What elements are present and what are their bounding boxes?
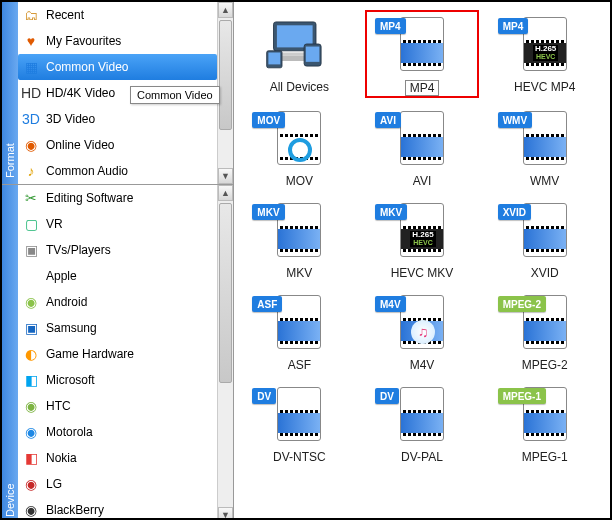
- device-label: Nokia: [46, 451, 77, 465]
- device-icon: [22, 267, 40, 285]
- format-tile[interactable]: MPEG-1MPEG-1: [487, 380, 602, 466]
- tile-thumb: MPEG-1: [510, 382, 580, 446]
- tile-label: ASF: [288, 358, 311, 372]
- device-item[interactable]: ◐Game Hardware: [18, 341, 217, 367]
- format-badge: WMV: [498, 112, 532, 128]
- device-label: LG: [46, 477, 62, 491]
- file-icon: [400, 387, 444, 441]
- device-icon: ▣: [22, 319, 40, 337]
- device-item[interactable]: ◧Nokia: [18, 445, 217, 471]
- device-tab[interactable]: Device: [2, 185, 18, 520]
- format-tile[interactable]: MKVMKV: [242, 196, 357, 282]
- scroll-up-icon[interactable]: ▲: [218, 2, 233, 18]
- device-label: Apple: [46, 269, 77, 283]
- format-label: My Favourites: [46, 34, 121, 48]
- format-tile[interactable]: XVIDXVID: [487, 196, 602, 282]
- scroll-thumb[interactable]: [219, 203, 232, 383]
- tile-label: M4V: [410, 358, 435, 372]
- tile-label: DV-NTSC: [273, 450, 326, 464]
- format-icon: HD: [22, 84, 40, 102]
- scroll-up-icon[interactable]: ▲: [218, 185, 233, 201]
- format-tile[interactable]: MPEG-2MPEG-2: [487, 288, 602, 374]
- device-icon: ◧: [22, 371, 40, 389]
- device-item[interactable]: ▣TVs/Players: [18, 237, 217, 263]
- device-panel: Device ✂Editing Software▢VR▣TVs/PlayersA…: [2, 184, 233, 520]
- file-icon: [277, 295, 321, 349]
- format-tile[interactable]: H.265HEVCMKVHEVC MKV: [365, 196, 480, 282]
- format-tile[interactable]: DVDV-NTSC: [242, 380, 357, 466]
- file-icon: ♫: [400, 295, 444, 349]
- format-item[interactable]: ◉Online Video: [18, 132, 217, 158]
- codec-sublabel: H.265HEVC: [527, 43, 565, 63]
- format-item[interactable]: ♥My Favourites: [18, 28, 217, 54]
- format-tile[interactable]: ♫M4VM4V: [365, 288, 480, 374]
- tile-label: MKV: [286, 266, 312, 280]
- tile-label: AVI: [413, 174, 431, 188]
- device-item[interactable]: ◉Android: [18, 289, 217, 315]
- device-icon: ◉: [22, 423, 40, 441]
- format-tile[interactable]: ASFASF: [242, 288, 357, 374]
- device-item[interactable]: ◉HTC: [18, 393, 217, 419]
- device-item[interactable]: ✂Editing Software: [18, 185, 217, 211]
- format-tile[interactable]: MP4MP4: [365, 10, 480, 98]
- tooltip: Common Video: [130, 86, 220, 104]
- format-tile[interactable]: WMVWMV: [487, 104, 602, 190]
- format-badge: MPEG-1: [498, 388, 546, 404]
- format-badge: ASF: [252, 296, 282, 312]
- format-item[interactable]: 3D3D Video: [18, 106, 217, 132]
- device-label: Android: [46, 295, 87, 309]
- device-icon: ✂: [22, 189, 40, 207]
- device-label: Editing Software: [46, 191, 133, 205]
- device-icon: ▣: [22, 241, 40, 259]
- device-item[interactable]: ◉LG: [18, 471, 217, 497]
- device-scrollbar[interactable]: ▲ ▼: [217, 185, 233, 520]
- device-icon: ◉: [22, 501, 40, 519]
- device-icon: ▢: [22, 215, 40, 233]
- format-tab[interactable]: Format: [2, 2, 18, 184]
- codec-sublabel: H.265HEVC: [404, 229, 442, 249]
- format-item[interactable]: 🗂Recent: [18, 2, 217, 28]
- device-item[interactable]: ◉BlackBerry: [18, 497, 217, 520]
- format-badge: MOV: [252, 112, 285, 128]
- tile-thumb: DV: [387, 382, 457, 446]
- device-item[interactable]: ◉Motorola: [18, 419, 217, 445]
- format-tile[interactable]: MOVMOV: [242, 104, 357, 190]
- format-tile[interactable]: All Devices: [242, 10, 357, 98]
- format-label: 3D Video: [46, 112, 95, 126]
- format-grid: All DevicesMP4MP4H.265HEVCMP4HEVC MP4MOV…: [234, 2, 610, 518]
- all-devices-icon: [264, 12, 334, 76]
- tile-thumb: ♫M4V: [387, 290, 457, 354]
- device-label: Game Hardware: [46, 347, 134, 361]
- file-icon: H.265HEVC: [523, 17, 567, 71]
- format-item[interactable]: ♪Common Audio: [18, 158, 217, 184]
- tile-label: MPEG-1: [522, 450, 568, 464]
- scroll-down-icon[interactable]: ▼: [218, 168, 233, 184]
- tile-thumb: WMV: [510, 106, 580, 170]
- device-item[interactable]: ▣Samsung: [18, 315, 217, 341]
- format-badge: MP4: [498, 18, 529, 34]
- tile-label: All Devices: [270, 80, 329, 94]
- format-icon: ♪: [22, 162, 40, 180]
- scroll-down-icon[interactable]: ▼: [218, 507, 233, 520]
- format-label: Common Video: [46, 60, 129, 74]
- format-item[interactable]: ▦Common Video: [18, 54, 217, 80]
- format-badge: MPEG-2: [498, 296, 546, 312]
- format-label: Common Audio: [46, 164, 128, 178]
- format-tile[interactable]: DVDV-PAL: [365, 380, 480, 466]
- tile-thumb: [264, 12, 334, 76]
- device-label: Microsoft: [46, 373, 95, 387]
- format-badge: AVI: [375, 112, 401, 128]
- tile-thumb: MOV: [264, 106, 334, 170]
- format-badge: XVID: [498, 204, 531, 220]
- format-label: Online Video: [46, 138, 115, 152]
- device-item[interactable]: ◧Microsoft: [18, 367, 217, 393]
- tile-thumb: DV: [264, 382, 334, 446]
- format-tile[interactable]: H.265HEVCMP4HEVC MP4: [487, 10, 602, 98]
- device-item[interactable]: ▢VR: [18, 211, 217, 237]
- tile-label: HEVC MKV: [391, 266, 454, 280]
- scroll-thumb[interactable]: [219, 20, 232, 130]
- device-item[interactable]: Apple: [18, 263, 217, 289]
- format-tile[interactable]: AVIAVI: [365, 104, 480, 190]
- file-icon: [277, 387, 321, 441]
- device-icon: ◉: [22, 293, 40, 311]
